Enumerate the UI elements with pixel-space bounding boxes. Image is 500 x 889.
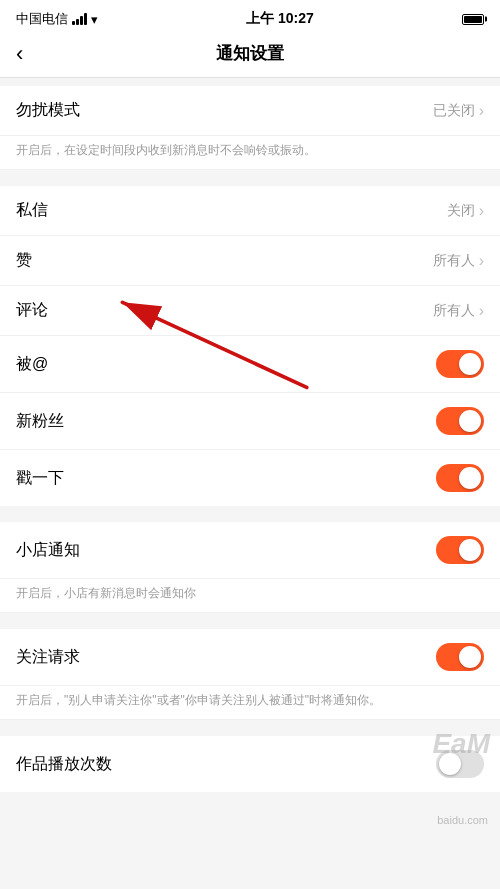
chevron-icon: › xyxy=(479,252,484,270)
item-value-dnd: 已关闭 xyxy=(433,102,475,120)
item-right-dnd: 已关闭 › xyxy=(433,102,484,120)
item-right-plays xyxy=(436,750,484,778)
toggle-follow[interactable] xyxy=(436,643,484,671)
item-right-shop xyxy=(436,536,484,564)
item-value-likes: 所有人 xyxy=(433,252,475,270)
toggle-knob xyxy=(459,353,481,375)
item-value-comments: 所有人 xyxy=(433,302,475,320)
toggle-at[interactable] xyxy=(436,350,484,378)
item-label-dnd: 勿扰模式 xyxy=(16,100,80,121)
battery-icon xyxy=(462,14,484,25)
item-right-follow xyxy=(436,643,484,671)
signal-icon xyxy=(72,13,87,25)
item-right-fans xyxy=(436,407,484,435)
toggle-knob xyxy=(459,467,481,489)
nav-bar: ‹ 通知设置 xyxy=(0,34,500,78)
list-item[interactable]: 关注请求 xyxy=(0,629,500,686)
shop-description: 开启后，小店有新消息时会通知你 xyxy=(0,579,500,613)
dnd-description: 开启后，在设定时间段内收到新消息时不会响铃或振动。 xyxy=(0,136,500,170)
section-dnd: 勿扰模式 已关闭 › 开启后，在设定时间段内收到新消息时不会响铃或振动。 xyxy=(0,86,500,170)
section-gap xyxy=(0,78,500,86)
section-shop: 小店通知 开启后，小店有新消息时会通知你 xyxy=(0,522,500,613)
item-label-comments: 评论 xyxy=(16,300,48,321)
status-time: 上午 10:27 xyxy=(246,10,314,28)
list-item[interactable]: 小店通知 xyxy=(0,522,500,579)
page-wrapper: 中国电信 ▾ 上午 10:27 ‹ 通知设置 勿扰模式 已关闭 › xyxy=(0,0,500,840)
list-item-likes[interactable]: 赞 所有人 › xyxy=(0,236,500,286)
toggle-knob xyxy=(439,753,461,775)
item-right-at xyxy=(436,350,484,378)
list-item[interactable]: 被@ xyxy=(0,336,500,393)
chevron-icon: › xyxy=(479,102,484,120)
item-label-dm: 私信 xyxy=(16,200,48,221)
toggle-knob xyxy=(459,410,481,432)
section-gap xyxy=(0,514,500,522)
section-follow: 关注请求 开启后，"别人申请关注你"或者"你申请关注别人被通过"时将通知你。 xyxy=(0,629,500,720)
toggle-knob xyxy=(459,539,481,561)
section-gap xyxy=(0,728,500,736)
item-label-plays: 作品播放次数 xyxy=(16,754,112,775)
baidu-watermark-area: baidu.com xyxy=(0,800,500,840)
list-item[interactable]: 评论 所有人 › xyxy=(0,286,500,336)
status-bar: 中国电信 ▾ 上午 10:27 xyxy=(0,0,500,34)
item-right-dm: 关闭 › xyxy=(447,202,484,220)
toggle-shop[interactable] xyxy=(436,536,484,564)
toggle-plays[interactable] xyxy=(436,750,484,778)
item-label-likes: 赞 xyxy=(16,250,32,271)
chevron-icon: › xyxy=(479,302,484,320)
back-button[interactable]: ‹ xyxy=(16,41,23,67)
item-right-comments: 所有人 › xyxy=(433,302,484,320)
list-item[interactable]: 勿扰模式 已关闭 › xyxy=(0,86,500,136)
item-right-poke xyxy=(436,464,484,492)
item-value-dm: 关闭 xyxy=(447,202,475,220)
item-label-at: 被@ xyxy=(16,354,48,375)
section-messages: 私信 关闭 › 赞 所有人 › 评论 所有人 › 被@ xyxy=(0,186,500,506)
section-gap xyxy=(0,621,500,629)
item-label-poke: 戳一下 xyxy=(16,468,64,489)
list-item[interactable]: 私信 关闭 › xyxy=(0,186,500,236)
toggle-poke[interactable] xyxy=(436,464,484,492)
list-item[interactable]: 新粉丝 xyxy=(0,393,500,450)
item-label-follow: 关注请求 xyxy=(16,647,80,668)
toggle-knob xyxy=(459,646,481,668)
baidu-label: baidu.com xyxy=(437,814,488,826)
list-item[interactable]: 作品播放次数 xyxy=(0,736,500,792)
wifi-icon: ▾ xyxy=(91,12,98,27)
follow-description: 开启后，"别人申请关注你"或者"你申请关注别人被通过"时将通知你。 xyxy=(0,686,500,720)
section-gap xyxy=(0,178,500,186)
item-right-likes: 所有人 › xyxy=(433,252,484,270)
status-right xyxy=(462,14,484,25)
status-left: 中国电信 ▾ xyxy=(16,10,98,28)
carrier-label: 中国电信 xyxy=(16,10,68,28)
page-title: 通知设置 xyxy=(216,42,284,65)
item-label-fans: 新粉丝 xyxy=(16,411,64,432)
toggle-fans[interactable] xyxy=(436,407,484,435)
item-label-shop: 小店通知 xyxy=(16,540,80,561)
list-item[interactable]: 戳一下 xyxy=(0,450,500,506)
chevron-icon: › xyxy=(479,202,484,220)
section-plays: 作品播放次数 xyxy=(0,736,500,792)
